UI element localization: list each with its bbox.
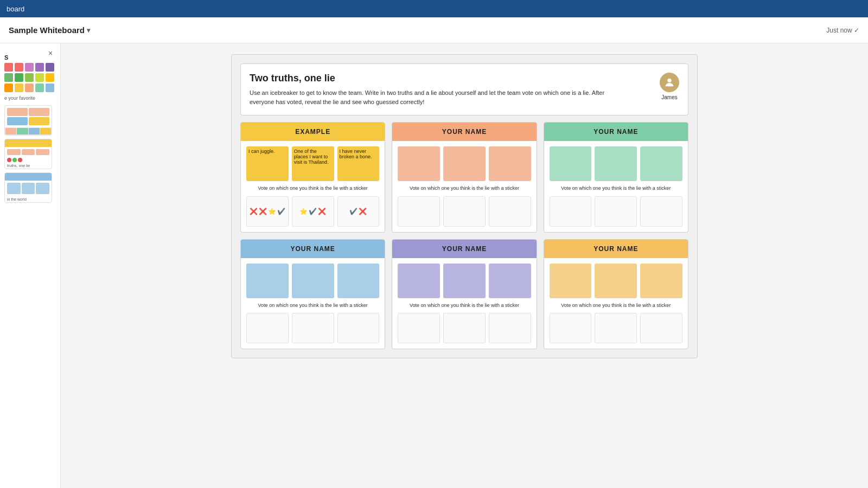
sticky-player6-0[interactable] xyxy=(550,264,592,298)
color-amber[interactable] xyxy=(46,73,54,82)
vote-row-example: ❌❌⭐✔️⭐✔️❌✔️❌ xyxy=(246,196,379,227)
color-yellow[interactable] xyxy=(15,84,23,92)
player-card-header-player6: YOUR NAME xyxy=(544,240,688,258)
sticky-example-2[interactable]: I have never broken a bone. xyxy=(337,146,380,181)
close-button[interactable]: × xyxy=(45,48,56,59)
player-card-player5: YOUR NAMEVote on which one you think is … xyxy=(392,239,537,350)
vote-box-player2-0[interactable] xyxy=(398,196,440,227)
sticky-player5-2[interactable] xyxy=(489,264,531,298)
player-card-body-player4: Vote on which one you think is the lie w… xyxy=(241,258,385,349)
app-title: board xyxy=(7,5,24,13)
sticky-player2-2[interactable] xyxy=(489,146,531,181)
vote-box-player2-2[interactable] xyxy=(489,196,531,227)
sticky-example-0[interactable]: I can juggle. xyxy=(246,146,289,181)
color-orange[interactable] xyxy=(4,84,13,92)
avatar-icon xyxy=(660,73,679,92)
second-bar: Sample Whiteboard ▾ Just now ✓ xyxy=(0,17,868,43)
vote-box-player2-1[interactable] xyxy=(443,196,486,227)
vote-label-player2: Vote on which one you think is the lie w… xyxy=(398,185,531,192)
stickies-row-player2 xyxy=(398,146,531,181)
card-header: Two truths, one lie Use an icebreaker to… xyxy=(240,63,688,115)
color-red2[interactable] xyxy=(15,63,23,72)
color-green[interactable] xyxy=(4,73,13,82)
color-peach[interactable] xyxy=(25,84,34,92)
main-layout: × S e your favorite xyxy=(0,43,868,488)
vote-box-player3-0[interactable] xyxy=(550,196,592,227)
color-lime[interactable] xyxy=(25,73,34,82)
vote-box-player6-1[interactable] xyxy=(595,313,637,343)
canvas-area: Two truths, one lie Use an icebreaker to… xyxy=(61,43,868,488)
player-card-header-player4: YOUR NAME xyxy=(241,240,385,258)
vote-box-player4-2[interactable] xyxy=(337,313,380,343)
svg-point-0 xyxy=(667,79,671,82)
sticky-player3-1[interactable] xyxy=(595,146,637,181)
james-avatar: James xyxy=(660,73,679,100)
color-violet[interactable] xyxy=(35,63,44,72)
sticky-example-1[interactable]: One of the places I want to visit is Tha… xyxy=(292,146,334,181)
card-title: Two truths, one lie xyxy=(250,73,618,84)
stickies-row-player5 xyxy=(398,264,531,298)
stickies-row-player6 xyxy=(550,264,682,298)
sticky-player3-0[interactable] xyxy=(550,146,592,181)
sticky-player4-0[interactable] xyxy=(246,264,289,298)
vote-box-player4-0[interactable] xyxy=(246,313,289,343)
template-thumb-3[interactable]: in the world xyxy=(4,172,52,203)
sticky-player2-0[interactable] xyxy=(398,146,440,181)
color-green2[interactable] xyxy=(15,73,23,82)
sticky-player6-1[interactable] xyxy=(595,264,637,298)
player-card-header-player5: YOUR NAME xyxy=(392,240,536,258)
stickies-row-player4 xyxy=(246,264,379,298)
player-card-example: EXAMPLEI can juggle.One of the places I … xyxy=(240,122,385,233)
vote-box-player3-2[interactable] xyxy=(640,196,682,227)
sticky-player3-2[interactable] xyxy=(640,146,682,181)
vote-row-player3 xyxy=(550,196,682,227)
vote-row-player6 xyxy=(550,313,682,343)
player-card-body-player6: Vote on which one you think is the lie w… xyxy=(544,258,688,349)
player-card-body-player5: Vote on which one you think is the lie w… xyxy=(392,258,536,349)
card-header-text: Two truths, one lie Use an icebreaker to… xyxy=(250,73,618,106)
sticky-player4-2[interactable] xyxy=(337,264,380,298)
top-bar: board xyxy=(0,0,868,17)
color-sky[interactable] xyxy=(46,84,54,92)
vote-row-player4 xyxy=(246,313,379,343)
sticky-player5-0[interactable] xyxy=(398,264,440,298)
vote-box-player5-0[interactable] xyxy=(398,313,440,343)
player-card-header-player3: YOUR NAME xyxy=(544,123,688,141)
color-indigo[interactable] xyxy=(46,63,54,72)
vote-label-example: Vote on which one you think is the lie w… xyxy=(246,185,379,192)
whiteboard-card: Two truths, one lie Use an icebreaker to… xyxy=(231,54,698,358)
sidebar-fav-label: e your favorite xyxy=(4,95,56,101)
color-red[interactable] xyxy=(4,63,13,72)
thumb-truths-label: truths, one lie xyxy=(5,163,52,169)
vote-row-player5 xyxy=(398,313,531,343)
vote-label-player3: Vote on which one you think is the lie w… xyxy=(550,185,682,192)
color-purple[interactable] xyxy=(25,63,34,72)
whiteboard-name-container[interactable]: Sample Whiteboard ▾ xyxy=(9,25,90,35)
vote-box-example-0[interactable]: ❌❌⭐✔️ xyxy=(246,196,289,227)
vote-box-player3-1[interactable] xyxy=(595,196,637,227)
vote-box-player4-1[interactable] xyxy=(292,313,334,343)
sticky-player4-1[interactable] xyxy=(292,264,334,298)
color-yellow-green[interactable] xyxy=(35,73,44,82)
vote-box-example-1[interactable]: ⭐✔️❌ xyxy=(292,196,334,227)
avatar-name: James xyxy=(661,94,677,100)
vote-box-example-2[interactable]: ✔️❌ xyxy=(337,196,380,227)
color-mint[interactable] xyxy=(35,84,44,92)
template-thumb-2[interactable]: truths, one lie xyxy=(4,139,52,169)
stickies-row-player3 xyxy=(550,146,682,181)
vote-box-player6-2[interactable] xyxy=(640,313,682,343)
sticky-player5-1[interactable] xyxy=(443,264,486,298)
vote-row-player2 xyxy=(398,196,531,227)
vote-box-player5-2[interactable] xyxy=(489,313,531,343)
cards-grid: EXAMPLEI can juggle.One of the places I … xyxy=(240,122,688,349)
vote-box-player6-0[interactable] xyxy=(550,313,592,343)
save-status: Just now ✓ xyxy=(826,27,859,34)
vote-box-player5-1[interactable] xyxy=(443,313,486,343)
sticky-player6-2[interactable] xyxy=(640,264,682,298)
template-thumb-1[interactable] xyxy=(4,105,52,136)
vote-label-player4: Vote on which one you think is the lie w… xyxy=(246,303,379,309)
player-card-player4: YOUR NAMEVote on which one you think is … xyxy=(240,239,385,350)
player-card-body-player3: Vote on which one you think is the lie w… xyxy=(544,141,688,232)
thumb-world-label: in the world xyxy=(5,196,52,202)
sticky-player2-1[interactable] xyxy=(443,146,486,181)
